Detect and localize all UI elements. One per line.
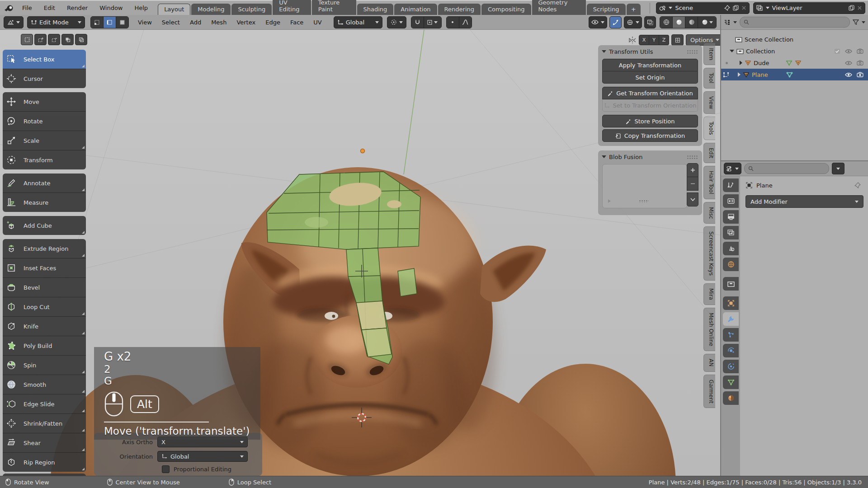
tab-material-properties[interactable] <box>723 391 739 405</box>
pin-icon[interactable] <box>854 182 861 188</box>
overlays-dropdown[interactable] <box>624 16 642 28</box>
pin-icon[interactable] <box>724 5 730 11</box>
disable-render-camera-icon[interactable] <box>857 60 863 66</box>
face-select-button[interactable] <box>116 17 128 28</box>
tab-garment[interactable]: Garment <box>703 375 715 408</box>
tool-bevel[interactable]: Bevel <box>3 277 86 297</box>
tab-constraint-properties[interactable] <box>723 360 739 373</box>
store-position-button[interactable]: Store Position <box>602 115 698 127</box>
select-invert-mode-button[interactable] <box>61 34 74 45</box>
filter-icon[interactable] <box>853 19 859 25</box>
menu-uv[interactable]: UV <box>313 19 321 26</box>
scene-dropdown-icon[interactable] <box>669 7 672 9</box>
unlink-scene-icon[interactable] <box>741 5 746 10</box>
tab-an[interactable]: AN <box>703 354 715 371</box>
list-expand-icon[interactable] <box>607 199 612 203</box>
edge-select-button[interactable] <box>103 17 116 28</box>
tab-world-properties[interactable] <box>723 258 739 271</box>
select-set-mode-button[interactable] <box>21 34 33 45</box>
breadcrumb-object-name[interactable]: Plane <box>756 182 773 189</box>
viewport-3d[interactable]: X Y Z Options Select Box Cursor Move <box>0 30 720 476</box>
proportional-falloff-button[interactable] <box>459 17 472 28</box>
menu-render[interactable]: Render <box>67 5 88 11</box>
hide-eye-icon[interactable] <box>845 61 852 66</box>
scene-name[interactable]: Scene <box>675 5 721 11</box>
tool-spin[interactable]: Spin <box>3 355 86 375</box>
new-viewlayer-icon[interactable] <box>849 5 854 11</box>
tool-rip-region[interactable]: Rip Region <box>3 452 86 472</box>
panel-grip-icon[interactable] <box>687 50 698 54</box>
tab-screencast-keys[interactable]: Screencast Keys <box>703 226 715 281</box>
outliner-row-collection[interactable]: Collection <box>721 45 868 57</box>
solid-shading-button[interactable] <box>672 17 685 28</box>
workspace-tab-texture-paint[interactable]: Texture Paint <box>312 0 356 15</box>
tab-edit[interactable]: Edit <box>703 143 715 163</box>
hide-eye-icon[interactable] <box>845 72 852 77</box>
mirror-z-button[interactable]: Z <box>659 35 669 45</box>
remove-viewlayer-icon[interactable] <box>857 5 862 10</box>
tab-object-data-properties[interactable] <box>723 375 739 389</box>
tab-tool-properties[interactable] <box>723 178 739 192</box>
tool-shrink-fatten[interactable]: Shrink/Fatten <box>3 413 86 433</box>
expand-icon[interactable] <box>740 61 742 65</box>
transform-utils-header[interactable]: Transform Utils <box>598 45 702 58</box>
proportional-edit-button[interactable] <box>447 17 459 28</box>
tab-collection-properties[interactable] <box>723 277 739 291</box>
workspace-tab-layout[interactable]: Layout <box>158 4 190 15</box>
menu-help[interactable]: Help <box>134 5 148 11</box>
tab-modifier-properties[interactable] <box>723 312 739 326</box>
workspace-tab-compositing[interactable]: Compositing <box>481 4 531 15</box>
menu-select[interactable]: Select <box>162 19 180 26</box>
tab-render-properties[interactable] <box>723 194 739 208</box>
add-item-button[interactable] <box>687 163 698 177</box>
scene-selector[interactable]: Scene <box>656 2 749 14</box>
disable-render-camera-icon[interactable] <box>857 48 863 54</box>
mirror-y-button[interactable]: Y <box>649 35 659 45</box>
tool-annotate[interactable]: Annotate <box>3 174 86 192</box>
collapse-chevron-icon[interactable] <box>602 155 606 158</box>
outliner-search-input[interactable] <box>740 17 850 28</box>
pivot-point-selector[interactable] <box>387 16 406 28</box>
select-extend-mode-button[interactable] <box>34 34 47 45</box>
menu-view[interactable]: View <box>138 19 152 26</box>
properties-editor-type-button[interactable] <box>724 163 741 174</box>
rendered-shading-button[interactable] <box>698 17 716 28</box>
panel-grip-icon[interactable] <box>687 155 698 159</box>
tool-smooth[interactable]: Smooth <box>3 375 86 394</box>
tool-select-box[interactable]: Select Box <box>3 50 86 69</box>
tab-view-layer-properties[interactable] <box>723 226 739 239</box>
gizmo-toggle-button[interactable] <box>609 16 622 28</box>
properties-options-button[interactable] <box>832 163 844 174</box>
tool-inset-faces[interactable]: Inset Faces <box>3 258 86 277</box>
tool-loop-cut[interactable]: Loop Cut <box>3 297 86 316</box>
viewlayer-dropdown-icon[interactable] <box>766 7 769 9</box>
tool-poly-build[interactable]: Poly Build <box>3 336 86 355</box>
collapse-chevron-icon[interactable] <box>602 50 606 53</box>
mode-selector[interactable]: Edit Mode <box>27 16 85 28</box>
blob-fusion-list[interactable] <box>602 164 687 208</box>
outliner-row-scene-collection[interactable]: Scene Collection <box>721 33 868 45</box>
blob-fusion-header[interactable]: Blob Fusion <box>598 150 702 163</box>
tool-transform[interactable]: Transform <box>3 150 86 169</box>
copy-transformation-button[interactable]: Copy Transformation <box>602 129 698 142</box>
set-origin-button[interactable]: Set Origin <box>602 71 698 84</box>
tab-particle-properties[interactable] <box>723 328 739 342</box>
workspace-tab-modeling[interactable]: Modeling <box>191 4 231 15</box>
add-modifier-dropdown[interactable]: Add Modifier <box>745 195 863 208</box>
disable-render-camera-icon[interactable] <box>857 72 863 77</box>
transform-orientation-selector[interactable]: Global <box>334 16 382 28</box>
tab-mira[interactable]: Mira <box>703 283 715 305</box>
expand-icon[interactable] <box>730 50 734 52</box>
proportional-editing-checkbox[interactable] <box>162 465 170 473</box>
outliner-row-plane-selected[interactable]: Plane <box>721 69 868 80</box>
tool-scale[interactable]: Scale <box>3 131 86 150</box>
tool-add-cube[interactable]: Add Cube <box>3 216 86 235</box>
workspace-tab-uv-editing[interactable]: UV Editing <box>273 0 311 15</box>
tab-physics-properties[interactable] <box>723 344 739 357</box>
workspace-tab-geometry-nodes[interactable]: Geometry Nodes <box>532 0 586 15</box>
tool-cursor[interactable]: Cursor <box>3 69 86 88</box>
workspace-tab-animation[interactable]: Animation <box>394 4 437 15</box>
menu-file[interactable]: File <box>22 5 32 11</box>
tab-mesh-online[interactable]: Mesh Online <box>703 308 715 351</box>
menu-edit[interactable]: Edit <box>44 5 55 11</box>
